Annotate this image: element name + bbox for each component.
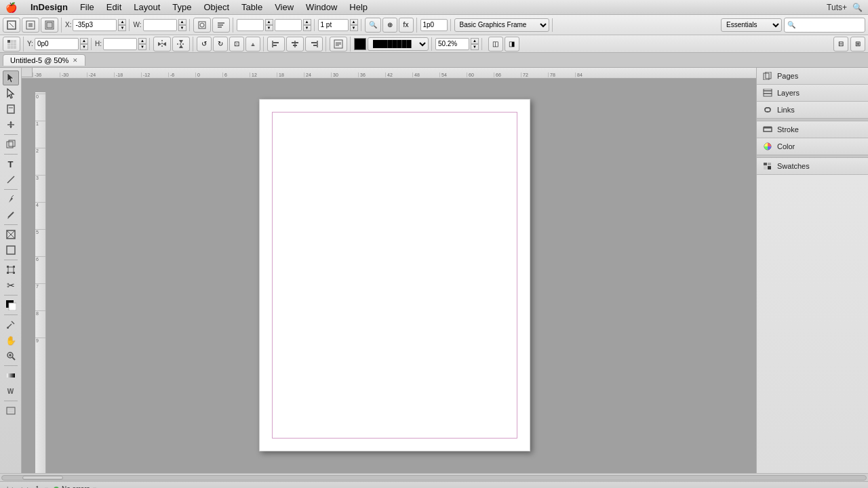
normal-mode-btn[interactable]: W [3,384,19,399]
eyedropper-btn[interactable] [3,317,19,332]
free-transform-btn[interactable] [3,262,19,277]
angle2-spinner[interactable]: ▲ ▼ [303,19,311,31]
view-prev-btn[interactable]: ◨ [505,37,519,52]
preview-btn[interactable] [3,403,19,418]
flip-h-btn[interactable] [153,37,171,52]
gap-tool-btn[interactable] [3,117,19,132]
zoom-down-btn[interactable]: ▼ [471,44,479,50]
y-up-btn[interactable]: ▲ [80,38,88,44]
document-page[interactable] [259,99,530,451]
scale-btn[interactable]: ⊡ [229,37,244,52]
angle-spinner[interactable]: ▲ ▼ [265,19,273,31]
zoom-up-btn[interactable]: ▲ [471,38,479,44]
zoom-pct-input[interactable] [435,38,469,50]
menu-window[interactable]: Window [300,1,342,14]
shear-btn[interactable]: ⟁ [245,37,260,52]
color-select[interactable]: ████████ [368,37,429,51]
stroke-panel-header[interactable]: Stroke [757,121,868,138]
y-spinner[interactable]: ▲ ▼ [80,38,88,50]
layers-panel-header[interactable]: Layers [757,85,868,101]
zoom-tool-btn[interactable] [3,348,19,363]
angle-input[interactable] [237,19,264,31]
hand-tool-btn[interactable]: ✋ [3,333,19,348]
line-tool-btn[interactable] [3,172,19,187]
menu-type[interactable]: Type [167,1,197,14]
type-tool-btn[interactable]: T [3,157,19,171]
panel-toggle-btn[interactable]: ⊟ [833,37,848,52]
frame-input[interactable] [420,19,448,31]
menu-layout[interactable]: Layout [128,1,165,14]
h-up-btn[interactable]: ▲ [138,38,146,44]
flip-v-btn[interactable] [172,37,190,52]
content-collector-btn[interactable] [3,137,19,152]
doc-tab-close-icon[interactable]: ✕ [73,57,78,64]
selection-tool-btn[interactable] [3,70,19,85]
text-frame-btn[interactable] [330,37,347,52]
angle2-down-btn[interactable]: ▼ [303,25,311,31]
page-canvas[interactable] [259,99,530,451]
angle2-up-btn[interactable]: ▲ [303,19,311,25]
swatches-panel-header[interactable]: Swatches [757,158,868,174]
menu-view[interactable]: View [269,1,299,14]
pen-tool-btn[interactable] [3,192,19,207]
scissors-btn[interactable]: ✂ [3,278,19,293]
angle-value-input[interactable] [275,19,302,31]
stroke-spinner[interactable]: ▲ ▼ [350,19,358,31]
toolbar-btn-1[interactable] [3,18,20,33]
page-next-btn[interactable]: ▶ [26,486,33,489]
x-input[interactable] [73,19,117,31]
page-tool-btn[interactable] [3,102,19,117]
rectangle-tool-btn[interactable] [3,243,19,258]
tuts-plus-link[interactable]: Tuts+ [827,3,847,12]
h-spinner[interactable]: ▲ ▼ [138,38,146,50]
x-spinner[interactable]: ▲ ▼ [118,19,126,31]
workspace-select[interactable]: Essentials [721,18,782,32]
h-down-btn[interactable]: ▼ [138,44,146,50]
stroke-input[interactable] [318,19,349,31]
fill-color-btn[interactable] [3,298,19,312]
align-left-btn[interactable] [267,37,285,52]
ref-point-btn[interactable] [3,37,20,52]
gradient-feather-btn[interactable] [3,368,19,383]
errors-dropdown-btn[interactable]: ▾ [93,485,96,488]
toolbar-btn-2[interactable] [22,18,39,33]
x-up-btn[interactable]: ▲ [118,19,126,25]
angle-down-btn[interactable]: ▼ [265,25,273,31]
zoom-out-btn[interactable]: 🔍 [365,18,381,33]
align-right-btn[interactable] [305,37,323,52]
page-dropdown-btn[interactable]: ▾ [45,485,48,488]
zoom-fit-btn[interactable]: fx [399,18,414,33]
page-start-btn[interactable]: |◀ [5,486,14,489]
y-input[interactable] [35,38,79,50]
align-btn[interactable] [212,18,230,33]
pages-panel-header[interactable]: Pages [757,68,868,84]
direct-selection-tool-btn[interactable] [3,86,19,101]
toolbar-btn-3[interactable] [41,18,58,33]
links-panel-header[interactable]: Links [757,102,868,118]
search-toolbar-btn[interactable]: 🔍 [784,18,865,33]
horizontal-scrollbar[interactable] [0,473,868,481]
w-down-btn[interactable]: ▼ [178,25,186,31]
menu-object[interactable]: Object [199,1,235,14]
stroke-up-btn[interactable]: ▲ [350,19,358,25]
fill-swatch[interactable] [354,38,366,50]
zoom-spinner[interactable]: ▲ ▼ [471,38,479,50]
color-panel-header[interactable]: Color [757,138,868,155]
style-select[interactable]: Basic Graphics Frame [454,18,549,32]
rectangle-frame-btn[interactable] [3,227,19,242]
w-up-btn[interactable]: ▲ [178,19,186,25]
transform-btn[interactable] [193,18,211,33]
menu-edit[interactable]: Edit [101,1,127,14]
w-input[interactable] [143,19,177,31]
menu-help[interactable]: Help [344,1,373,14]
search-icon[interactable]: 🔍 [852,3,863,12]
menu-file[interactable]: File [75,1,100,14]
y-down-btn[interactable]: ▼ [80,44,88,50]
h-input[interactable] [103,38,137,50]
x-down-btn[interactable]: ▼ [118,25,126,31]
view-normal-btn[interactable]: ◫ [488,37,503,52]
w-spinner[interactable]: ▲ ▼ [178,19,186,31]
align-center-btn[interactable] [286,37,304,52]
stroke-down-btn[interactable]: ▼ [350,25,358,31]
rotate-ccw-btn[interactable]: ↺ [197,37,212,52]
